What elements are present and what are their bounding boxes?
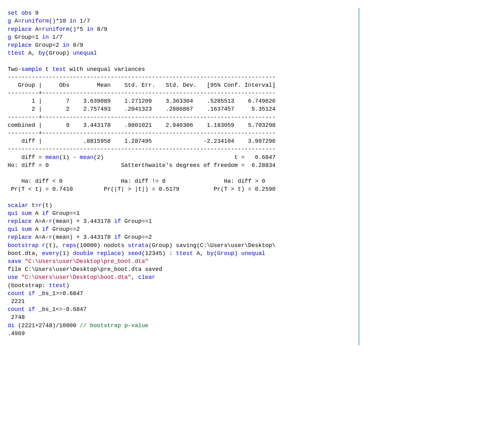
line-10: Group | Obs Mean Std. Err. Std. Dev. [95… [8, 82, 276, 88]
line-6: ttest A, by(Group) unequal [8, 50, 97, 56]
line-13: 2 | 2 2.757493 .2041323 .2886867 .163745… [8, 106, 276, 112]
line-29: replace A=A-r(mean) + 3.443178 if Group=… [8, 234, 152, 240]
line-22: Ha: diff < 0 Ha: diff != 0 Ha: diff > 0 [8, 178, 265, 184]
line-30: bootstrap r(t), reps(10000) nodots strat… [8, 242, 276, 249]
line-37: 2221 [8, 298, 25, 305]
line-34: use "C:\Users\user\Desktop\boot.dta", cl… [8, 274, 155, 280]
line-12: 1 | 7 3.639089 1.271209 3.363304 .528551… [8, 98, 276, 104]
line-15: combined | 9 3.443178 .9801021 2.940306 … [8, 122, 276, 128]
line-3: replace A=runiform()*5 in 8/9 [8, 26, 107, 32]
line-17: diff | .8815958 1.287495 -2.234104 3.997… [8, 138, 276, 144]
line-27: replace A=A-r(mean) + 3.443178 if Group=… [8, 218, 152, 224]
stata-output: set obs 9 g A=runiform()*10 in 1/7 repla… [0, 8, 359, 345]
line-4: g Group=1 in 1/7 [8, 34, 63, 40]
line-28: qui sum A if Group==2 [8, 226, 80, 232]
line-23: Pr(T < t) = 0.7410 Pr(|T| > |t|) = 0.517… [8, 186, 276, 192]
line-33: file C:\Users\user\Desktop\pre_boot.dta … [8, 266, 162, 272]
line-31: boot.dta, every(1) double replace) seed(… [8, 250, 265, 257]
line-40: di (2221+2748)/10000 // bootstrap p-valu… [8, 322, 148, 329]
line-18: ----------------------------------------… [8, 146, 276, 152]
line-9: ----------------------------------------… [8, 74, 276, 80]
line-5: replace Group=2 in 8/9 [8, 42, 83, 48]
line-19: diff = mean(1) - mean(2) t = 0.6847 [8, 154, 276, 161]
line-16: ---------+------------------------------… [8, 130, 276, 136]
line-25: scalar t=r(t) [8, 202, 52, 209]
line-39: 2748 [8, 314, 25, 320]
line-35: (bootstrap: ttest) [8, 282, 69, 289]
line-11: ---------+------------------------------… [8, 90, 276, 96]
line-1: set obs 9 [8, 10, 38, 16]
line-38: count if _bs_1<=-0.6847 [8, 306, 86, 313]
line-32: save "C:\Users\user\Desktop\pre_boot.dta… [8, 258, 148, 265]
line-20: Ho: diff = 0 Satterthwaite's degrees of … [8, 162, 276, 169]
line-36: count if _bs_1>=0.6847 [8, 290, 83, 297]
line-41: .4969 [8, 330, 25, 337]
line-8: Two-sample t test with unequal variances [8, 66, 145, 72]
line-14: ---------+------------------------------… [8, 114, 276, 121]
line-26: qui sum A if Group==1 [8, 210, 80, 217]
line-2: g A=runiform()*10 in 1/7 [8, 18, 90, 24]
